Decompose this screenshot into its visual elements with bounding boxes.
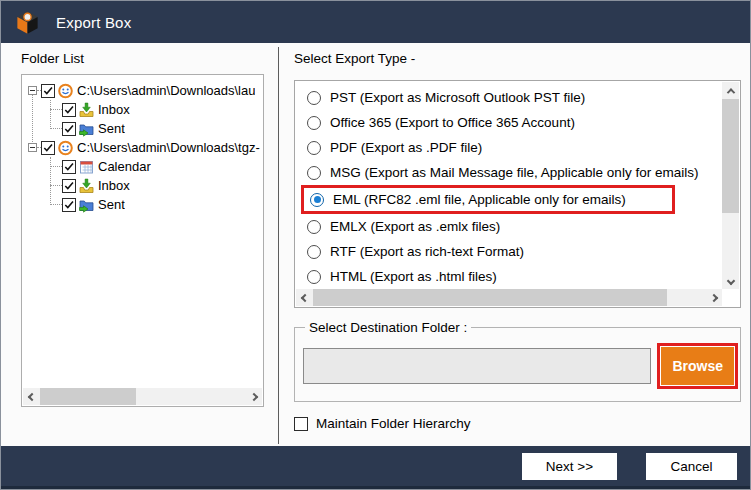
scroll-right-button[interactable] <box>245 388 262 405</box>
radio-button[interactable] <box>307 91 321 105</box>
browse-button[interactable]: Browse <box>661 347 734 385</box>
export-type-list-box: PST (Export as Microsoft Outlook PST fil… <box>294 80 741 308</box>
export-type-option[interactable]: EMLX (Export as .emlx files) <box>307 214 500 239</box>
tree-item-label: C:\Users\admin\Downloads\tgz- <box>77 140 260 155</box>
calendar-icon <box>78 159 95 175</box>
folder-tree-box: C:\Users\admin\Downloads\lau Inbox <box>21 74 264 407</box>
checkmark-icon <box>63 122 75 135</box>
export-box-dialog: Export Box Folder List <box>0 0 751 490</box>
checkmark-icon <box>42 141 54 154</box>
maintain-hierarchy-label: Maintain Folder Hierarchy <box>316 416 471 431</box>
tree-item-checkbox[interactable] <box>62 103 76 117</box>
inbox-icon <box>78 178 95 194</box>
folder-tree: C:\Users\admin\Downloads\lau Inbox <box>22 75 263 214</box>
tree-item-label: Inbox <box>98 178 130 193</box>
tree-item[interactable]: Inbox <box>50 100 263 119</box>
export-type-horizontal-scrollbar[interactable] <box>296 289 722 306</box>
tree-item[interactable]: Inbox <box>50 176 263 195</box>
chevron-right-icon <box>709 293 717 301</box>
tree-item[interactable]: C:\Users\admin\Downloads\tgz- <box>28 138 263 157</box>
export-type-option[interactable]: Office 365 (Export to Office 365 Account… <box>307 110 575 135</box>
export-type-option[interactable]: RTF (Export as rich-text Format) <box>307 239 524 264</box>
folder-tree-horizontal-scrollbar[interactable] <box>23 388 262 405</box>
maintain-hierarchy-row: Maintain Folder Hierarchy <box>294 416 741 431</box>
tree-item-label: Sent <box>98 197 125 212</box>
scroll-down-button[interactable] <box>722 272 739 289</box>
tree-connector <box>50 185 62 186</box>
export-type-label: Select Export Type - <box>294 51 741 66</box>
export-type-option[interactable]: HTML (Export as .html files) <box>307 264 497 289</box>
destination-folder-group: Select Destination Folder : Browse <box>294 320 741 402</box>
tree-connector <box>50 109 62 110</box>
export-type-option-label: PST (Export as Microsoft Outlook PST fil… <box>330 90 585 105</box>
account-icon <box>57 140 74 156</box>
export-type-option[interactable]: EML (RFC82 .eml file, Applicable only fo… <box>301 185 675 214</box>
tree-item-checkbox[interactable] <box>62 160 76 174</box>
sent-icon <box>78 121 95 137</box>
folder-list-label: Folder List <box>21 51 264 66</box>
radio-button[interactable] <box>307 116 321 130</box>
tree-item-label: C:\Users\admin\Downloads\lau <box>77 83 255 98</box>
tree-item[interactable]: Calendar <box>50 157 263 176</box>
export-type-option-label: Office 365 (Export to Office 365 Account… <box>330 115 575 130</box>
radio-button[interactable] <box>307 141 321 155</box>
checkmark-icon <box>63 160 75 173</box>
tree-item-checkbox[interactable] <box>62 198 76 212</box>
tree-connector <box>50 166 62 167</box>
collapse-toggle[interactable] <box>28 86 37 95</box>
tree-item[interactable]: C:\Users\admin\Downloads\lau <box>28 81 263 100</box>
checkmark-icon <box>42 84 54 97</box>
title-bar: Export Box <box>1 1 750 43</box>
tree-item-checkbox[interactable] <box>41 84 55 98</box>
export-type-options: PST (Export as Microsoft Outlook PST fil… <box>295 81 740 306</box>
scroll-right-button[interactable] <box>705 289 722 306</box>
cancel-button[interactable]: Cancel <box>646 453 737 480</box>
footer-bar: Next >> Cancel <box>1 446 750 489</box>
tree-item[interactable]: Sent <box>50 195 263 214</box>
radio-button[interactable] <box>307 220 321 234</box>
chevron-up-icon <box>726 88 734 96</box>
tree-item-checkbox[interactable] <box>41 141 55 155</box>
export-type-option[interactable]: PDF (Export as .PDF file) <box>307 135 482 160</box>
destination-row: Browse <box>303 343 732 389</box>
export-type-option-label: EML (RFC82 .eml file, Applicable only fo… <box>333 192 626 207</box>
inbox-icon <box>78 102 95 118</box>
tree-connector <box>50 204 62 205</box>
radio-button[interactable] <box>310 193 324 207</box>
radio-button[interactable] <box>307 166 321 180</box>
scroll-left-button[interactable] <box>23 388 40 405</box>
minus-icon <box>30 90 35 91</box>
export-type-option-label: MSG (Export as Mail Message file, Applic… <box>330 165 698 180</box>
tree-connector <box>50 128 62 129</box>
scroll-left-button[interactable] <box>296 289 313 306</box>
export-type-option[interactable]: MSG (Export as Mail Message file, Applic… <box>307 160 698 185</box>
checkmark-icon <box>63 179 75 192</box>
tree-item-checkbox[interactable] <box>62 122 76 136</box>
chevron-down-icon <box>726 276 734 284</box>
destination-path-input[interactable] <box>303 348 651 384</box>
dialog-body: Folder List C:\Users\admin\Downloads <box>1 43 750 446</box>
radio-button[interactable] <box>307 245 321 259</box>
export-type-option-label: HTML (Export as .html files) <box>330 269 497 284</box>
sent-icon <box>78 197 95 213</box>
radio-button[interactable] <box>307 270 321 284</box>
collapse-toggle[interactable] <box>28 143 37 152</box>
tree-item[interactable]: Sent <box>50 119 263 138</box>
checkmark-icon <box>63 198 75 211</box>
scrollbar-thumb[interactable] <box>40 388 136 405</box>
scrollbar-thumb[interactable] <box>313 289 667 306</box>
app-logo-icon <box>14 9 41 36</box>
checkmark-icon <box>63 103 75 116</box>
scroll-up-button[interactable] <box>722 82 739 99</box>
export-type-vertical-scrollbar[interactable] <box>722 82 739 289</box>
next-button[interactable]: Next >> <box>522 453 617 480</box>
scrollbar-thumb[interactable] <box>722 99 739 213</box>
chevron-left-icon <box>300 293 308 301</box>
export-type-option[interactable]: PST (Export as Microsoft Outlook PST fil… <box>307 85 585 110</box>
minus-icon <box>30 147 35 148</box>
export-settings-panel: Select Export Type - PST (Export as Micr… <box>294 51 741 431</box>
maintain-hierarchy-checkbox[interactable] <box>294 417 308 431</box>
destination-folder-label: Select Destination Folder : <box>305 320 471 335</box>
tree-item-checkbox[interactable] <box>62 179 76 193</box>
export-type-option-label: EMLX (Export as .emlx files) <box>330 219 500 234</box>
